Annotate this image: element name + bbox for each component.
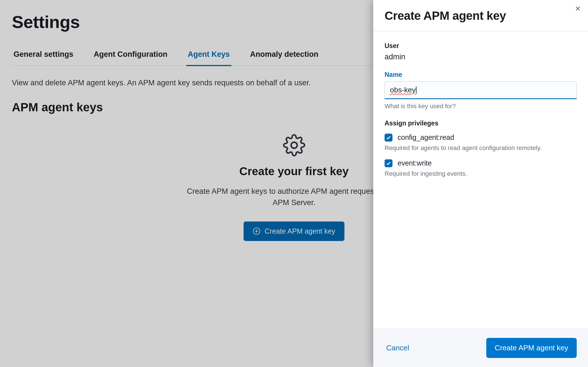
close-button[interactable] [573,4,582,13]
flyout-title: Create APM agent key [385,9,577,23]
create-key-flyout: Create APM agent key User admin Name obs… [373,0,588,367]
user-label: User [385,42,577,50]
user-field: User admin [385,42,577,61]
text-cursor [416,86,416,94]
privilege-event-write: event:write Required for ingesting event… [385,159,577,177]
flyout-header: Create APM agent key [373,0,588,31]
flyout-body: User admin Name obs-key What is this key… [373,31,588,329]
checkbox-config-agent-read[interactable] [385,134,392,142]
checkbox-event-write[interactable] [385,159,392,167]
check-icon [386,135,391,140]
privilege-label: event:write [398,159,432,167]
submit-create-key-button[interactable]: Create APM agent key [486,338,577,358]
privilege-config-agent-read: config_agent:read Required for agents to… [385,133,577,152]
user-value: admin [385,53,577,61]
name-label: Name [385,71,577,79]
flyout-footer: Cancel Create APM agent key [373,329,588,367]
close-icon [575,5,581,12]
privilege-label: config_agent:read [398,133,454,142]
privileges-heading: Assign privileges [385,120,577,127]
check-icon [386,161,391,166]
privilege-help: Required for agents to read agent config… [385,144,577,152]
name-field: Name obs-key What is this key used for? [385,71,577,110]
cancel-button[interactable]: Cancel [385,339,411,357]
privilege-help: Required for ingesting events. [385,170,577,177]
name-help: What is this key used for? [385,103,577,110]
name-input[interactable]: obs-key [385,81,577,99]
